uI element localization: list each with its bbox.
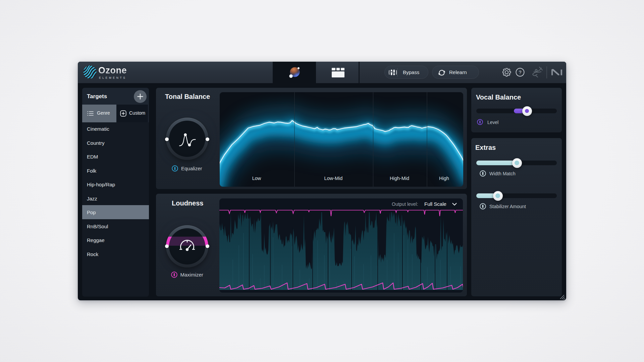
svg-text:Low: Low [252, 176, 261, 181]
svg-text:High: High [439, 176, 449, 181]
svg-text:High-Mid: High-Mid [390, 176, 409, 181]
svg-text:?: ? [519, 70, 521, 75]
svg-text:Low-Mid: Low-Mid [324, 176, 343, 181]
